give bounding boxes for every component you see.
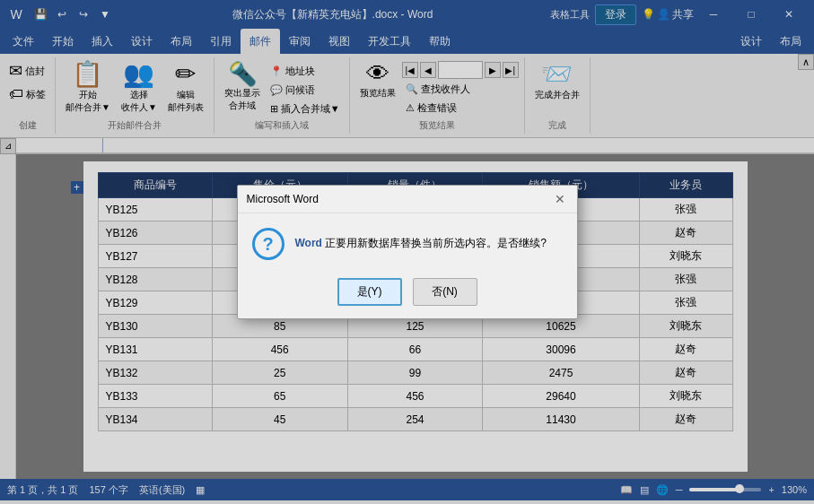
dialog-yes-button[interactable]: 是(Y) — [337, 278, 402, 306]
dialog-title-bar: Microsoft Word ✕ — [238, 186, 577, 213]
dialog-body: ? Word 正要用新数据库替换当前所选内容。是否继续? — [238, 213, 577, 271]
dialog-message: Word 正要用新数据库替换当前所选内容。是否继续? — [295, 228, 547, 251]
dialog-overlay: Microsoft Word ✕ ? Word 正要用新数据库替换当前所选内容。… — [0, 0, 814, 504]
dialog-question-icon: ? — [252, 228, 284, 260]
dialog-buttons: 是(Y) 否(N) — [238, 271, 577, 318]
dialog-word-label: Word — [295, 237, 322, 249]
dialog-title: Microsoft Word — [247, 193, 319, 205]
dialog-close-button[interactable]: ✕ — [552, 191, 568, 207]
dialog: Microsoft Word ✕ ? Word 正要用新数据库替换当前所选内容。… — [237, 185, 578, 319]
dialog-message-text: 正要用新数据库替换当前所选内容。是否继续? — [322, 237, 547, 249]
dialog-no-button[interactable]: 否(N) — [413, 278, 477, 306]
